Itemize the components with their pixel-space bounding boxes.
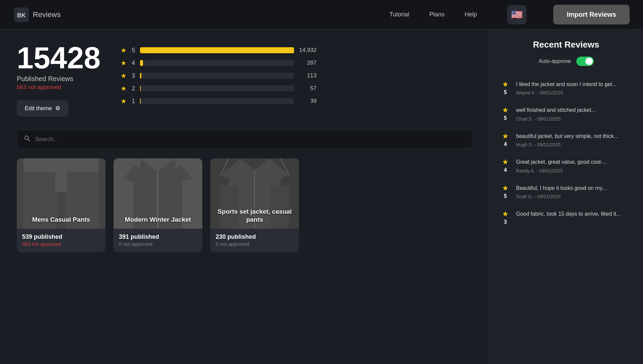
product-image: Modern Winter Jacket bbox=[114, 158, 202, 229]
nav-plans[interactable]: Plans bbox=[429, 11, 444, 18]
bar-track bbox=[140, 98, 294, 104]
review-content: beautiful jacket, but very simple, not t… bbox=[516, 133, 633, 147]
bar-fill bbox=[140, 47, 294, 53]
star-label: 2 bbox=[131, 85, 136, 92]
bar-fill bbox=[140, 98, 140, 104]
review-rating-number: 4 bbox=[504, 141, 507, 147]
review-meta: Randy A. - 09/01/2025 bbox=[516, 168, 633, 173]
review-text: Great jacket, great value, good cost-... bbox=[516, 158, 633, 166]
rating-row: ★ 5 14,932 bbox=[121, 46, 472, 54]
review-rating-number: 3 bbox=[504, 219, 507, 225]
product-info: 539 published 563 not approved bbox=[17, 229, 105, 252]
review-rating-number: 4 bbox=[504, 167, 507, 173]
review-rating-number: 5 bbox=[504, 89, 507, 95]
rating-row: ★ 1 39 bbox=[121, 97, 472, 105]
import-reviews-button[interactable]: Import Reviews bbox=[553, 5, 630, 24]
product-name: Sports set jacket, casual pants bbox=[210, 203, 299, 229]
rating-row: ★ 3 113 bbox=[121, 72, 472, 80]
review-item: ★ 5 Beautiful, I hope it looks good on m… bbox=[499, 179, 633, 205]
review-rating-block: ★ 3 bbox=[499, 210, 511, 225]
review-star-icon: ★ bbox=[502, 210, 509, 218]
bar-count: 287 bbox=[298, 60, 316, 66]
svg-rect-5 bbox=[23, 158, 99, 172]
product-not-approved: 563 not approved bbox=[22, 241, 100, 247]
svg-line-3 bbox=[28, 139, 30, 141]
product-card[interactable]: Modern Winter Jacket 391 published 0 not… bbox=[114, 158, 202, 252]
toggle-knob bbox=[585, 58, 593, 65]
product-name: Mens Casual Pants bbox=[17, 211, 105, 229]
product-image: Sports set jacket, casual pants bbox=[210, 158, 299, 229]
product-card[interactable]: Sports set jacket, casual pants 230 publ… bbox=[210, 158, 299, 252]
review-content: well finished and stitched jacket... Cha… bbox=[516, 106, 633, 121]
review-text: well finished and stitched jacket... bbox=[516, 106, 633, 114]
bar-fill bbox=[140, 73, 141, 79]
star-label: 5 bbox=[131, 47, 136, 54]
review-text: Beautiful, I hope it looks good on my... bbox=[516, 185, 633, 192]
product-published: 539 published bbox=[22, 233, 100, 240]
bar-track bbox=[140, 73, 294, 79]
edit-theme-button[interactable]: Edit theme ⚙ bbox=[17, 100, 68, 117]
review-meta: Scott G. - 09/01/2025 bbox=[516, 194, 633, 199]
language-selector[interactable]: 🇺🇸 bbox=[507, 5, 526, 24]
product-info: 230 published 0 not approved bbox=[210, 229, 299, 252]
not-approved-label: 563 not approved bbox=[17, 84, 100, 91]
bar-fill bbox=[140, 85, 141, 91]
review-content: Beautiful, I hope it looks good on my...… bbox=[516, 185, 633, 199]
svg-rect-8 bbox=[55, 172, 67, 192]
bar-count: 113 bbox=[298, 72, 316, 79]
nav-help[interactable]: Help bbox=[465, 11, 477, 18]
review-list: ★ 5 I liked the jacket and soon I intend… bbox=[499, 75, 633, 230]
right-panel: Recent Reviews Auto-approve ★ 5 I liked … bbox=[489, 29, 643, 364]
product-image: Mens Casual Pants bbox=[17, 158, 105, 229]
product-card[interactable]: Mens Casual Pants 539 published 563 not … bbox=[17, 158, 105, 252]
product-name: Modern Winter Jacket bbox=[114, 211, 202, 229]
review-meta: Wayne F. - 09/01/2025 bbox=[516, 90, 633, 95]
search-input[interactable] bbox=[35, 136, 465, 143]
star-label: 1 bbox=[131, 98, 136, 105]
star-icon: ★ bbox=[121, 46, 127, 54]
bar-track bbox=[140, 60, 294, 66]
star-icon: ★ bbox=[121, 59, 127, 67]
nav-tutorial[interactable]: Tutorial bbox=[389, 11, 409, 18]
auto-approve-row: Auto-approve bbox=[499, 57, 633, 66]
review-content: Great jacket, great value, good cost-...… bbox=[516, 158, 633, 173]
review-rating-block: ★ 4 bbox=[499, 133, 511, 147]
main-container: 15428 Published Reviews 563 not approved… bbox=[0, 29, 643, 364]
review-meta: Chad S. - 09/01/2025 bbox=[516, 116, 633, 122]
review-item: ★ 4 Great jacket, great value, good cost… bbox=[499, 153, 633, 179]
review-text: I liked the jacket and soon I intend to … bbox=[516, 81, 633, 88]
review-content: I liked the jacket and soon I intend to … bbox=[516, 81, 633, 95]
star-icon: ★ bbox=[121, 97, 127, 105]
product-not-approved: 0 not approved bbox=[119, 241, 197, 247]
review-star-icon: ★ bbox=[502, 158, 509, 166]
product-grid: Mens Casual Pants 539 published 563 not … bbox=[17, 158, 472, 252]
auto-approve-label: Auto-approve bbox=[539, 58, 571, 64]
left-panel: 15428 Published Reviews 563 not approved… bbox=[0, 29, 489, 364]
review-text: beautiful jacket, but very simple, not t… bbox=[516, 133, 633, 140]
review-item: ★ 5 well finished and stitched jacket...… bbox=[499, 101, 633, 127]
search-icon bbox=[24, 135, 30, 143]
rating-row: ★ 4 287 bbox=[121, 59, 472, 67]
published-label: Published Reviews bbox=[17, 75, 100, 83]
review-rating-block: ★ 4 bbox=[499, 158, 511, 173]
app-title: Reviews bbox=[33, 10, 61, 19]
gear-icon: ⚙ bbox=[55, 105, 60, 112]
logo-area: BK Reviews bbox=[13, 7, 389, 23]
logo-icon: BK bbox=[13, 7, 29, 23]
bar-count: 14,932 bbox=[298, 47, 316, 54]
product-published: 391 published bbox=[119, 233, 197, 240]
bar-track bbox=[140, 47, 294, 53]
product-published: 230 published bbox=[216, 233, 294, 240]
bar-track bbox=[140, 85, 294, 91]
product-info: 391 published 0 not approved bbox=[114, 229, 202, 252]
review-star-icon: ★ bbox=[502, 185, 509, 192]
auto-approve-toggle[interactable] bbox=[576, 57, 594, 66]
recent-reviews-title: Recent Reviews bbox=[499, 40, 633, 50]
header: BK Reviews Tutorial Plans Help 🇺🇸 Import… bbox=[0, 0, 643, 29]
bar-count: 57 bbox=[298, 85, 316, 92]
review-item: ★ 4 beautiful jacket, but very simple, n… bbox=[499, 127, 633, 153]
review-rating-block: ★ 5 bbox=[499, 81, 511, 95]
total-number: 15428 bbox=[17, 43, 100, 73]
main-nav: Tutorial Plans Help 🇺🇸 Import Reviews bbox=[389, 5, 630, 24]
review-item: ★ 3 Good fabric, took 15 days to arrive,… bbox=[499, 205, 633, 230]
